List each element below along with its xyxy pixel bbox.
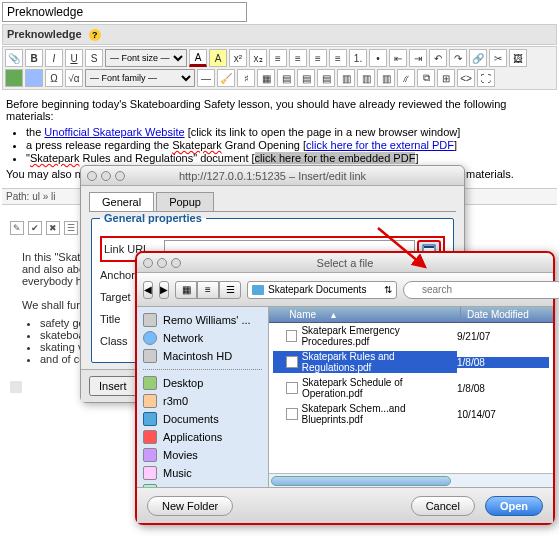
italic-icon[interactable]: I bbox=[45, 49, 63, 67]
file-row[interactable]: Skatepark Rules and Regulations.pdf1/8/0… bbox=[269, 349, 553, 375]
reject-icon[interactable]: ✖ bbox=[46, 221, 60, 235]
sidebar-item[interactable]: Macintosh HD bbox=[137, 347, 268, 365]
file-icon bbox=[286, 382, 297, 394]
link-title: http://127.0.0.1:51235 – Insert/edit lin… bbox=[81, 170, 464, 182]
bullet-list: the Unofficial Skatepark Website [click … bbox=[26, 126, 553, 164]
insert-2-icon[interactable] bbox=[25, 69, 43, 87]
sidebar-item[interactable]: r3m0 bbox=[137, 392, 268, 410]
outdent-icon[interactable]: ⇤ bbox=[389, 49, 407, 67]
font-family-select[interactable]: — Font family — bbox=[85, 69, 195, 87]
sidebar-item[interactable]: Network bbox=[137, 329, 268, 347]
col-date[interactable]: Date Modified bbox=[461, 307, 553, 322]
indent-icon[interactable]: ⇥ bbox=[409, 49, 427, 67]
network-icon bbox=[143, 331, 157, 345]
row-delete-icon[interactable]: ▤ bbox=[317, 69, 335, 87]
page-icon[interactable] bbox=[10, 381, 22, 393]
sort-asc-icon: ▴ bbox=[325, 307, 342, 322]
unlink-icon[interactable]: ✂ bbox=[489, 49, 507, 67]
tab-general[interactable]: General bbox=[89, 192, 154, 211]
chevron-updown-icon: ⇅ bbox=[384, 284, 392, 295]
underline-icon[interactable]: U bbox=[65, 49, 83, 67]
list-item: a press release regarding the Skatepark … bbox=[26, 139, 553, 151]
file-sidebar: Remo Williams' ... Network Macintosh HD … bbox=[137, 307, 269, 413]
omega-icon[interactable]: Ω bbox=[45, 69, 63, 87]
hd-icon bbox=[143, 313, 157, 327]
link-external-pdf[interactable]: click here for the external PDF bbox=[306, 139, 454, 151]
edit-icon[interactable]: ✎ bbox=[10, 221, 24, 235]
source-icon[interactable]: <> bbox=[457, 69, 475, 87]
sqrt-icon[interactable]: √α bbox=[65, 69, 83, 87]
highlight-icon[interactable]: A bbox=[209, 49, 227, 67]
file-icon bbox=[286, 408, 297, 413]
col-before-icon[interactable]: ▥ bbox=[337, 69, 355, 87]
text-color-icon[interactable]: A bbox=[189, 49, 207, 67]
link-titlebar[interactable]: http://127.0.0.1:51235 – Insert/edit lin… bbox=[81, 166, 464, 186]
link-unofficial[interactable]: Unofficial Skatepark Website bbox=[44, 126, 184, 138]
column-view-button[interactable]: ☰ bbox=[219, 281, 241, 299]
hr-icon[interactable]: — bbox=[197, 69, 215, 87]
help-icon[interactable]: ? bbox=[89, 29, 101, 41]
accept-icon[interactable]: ✔ bbox=[28, 221, 42, 235]
file-row[interactable]: Skatepark Schem...and Blueprints.pdf10/1… bbox=[269, 401, 553, 413]
col-after-icon[interactable]: ▥ bbox=[357, 69, 375, 87]
fieldset-legend: General properties bbox=[100, 212, 206, 224]
misspell: Skatepark bbox=[172, 139, 222, 151]
sidebar-item[interactable]: Documents bbox=[137, 410, 268, 413]
title-input[interactable] bbox=[2, 2, 247, 22]
list-item: the Unofficial Skatepark Website [click … bbox=[26, 126, 553, 138]
breadcrumb-text: Preknowledge bbox=[7, 28, 82, 40]
editor-toolbar: 📎 B I U S — Font size — A A x² x₂ ≡ ≡ ≡ … bbox=[2, 46, 557, 90]
file-titlebar[interactable]: Select a file bbox=[137, 253, 553, 273]
divider bbox=[143, 369, 262, 370]
misc-icon[interactable]: ☰ bbox=[64, 221, 78, 235]
forward-button[interactable]: ▶ bbox=[159, 281, 169, 299]
font-size-select[interactable]: — Font size — bbox=[105, 49, 187, 67]
strike-icon[interactable]: S bbox=[85, 49, 103, 67]
align-center-icon[interactable]: ≡ bbox=[289, 49, 307, 67]
align-right-icon[interactable]: ≡ bbox=[309, 49, 327, 67]
align-left-icon[interactable]: ≡ bbox=[269, 49, 287, 67]
sup-icon[interactable]: x² bbox=[229, 49, 247, 67]
sidebar-item[interactable]: Remo Williams' ... bbox=[137, 311, 268, 329]
column-header[interactable]: Name ▴ Date Modified bbox=[269, 307, 553, 323]
col-name[interactable]: Name ▴ bbox=[269, 307, 461, 322]
home-icon bbox=[143, 394, 157, 408]
remove-format-icon[interactable]: 🧹 bbox=[217, 69, 235, 87]
undo-icon[interactable]: ↶ bbox=[429, 49, 447, 67]
link-icon[interactable]: 🔗 bbox=[469, 49, 487, 67]
image-icon[interactable]: 🖼 bbox=[509, 49, 527, 67]
sub-icon[interactable]: x₂ bbox=[249, 49, 267, 67]
tab-popup[interactable]: Popup bbox=[156, 192, 214, 211]
list-view-button[interactable]: ≡ bbox=[197, 281, 219, 299]
split-icon[interactable]: ⫽ bbox=[397, 69, 415, 87]
back-button[interactable]: ◀ bbox=[143, 281, 153, 299]
selected-text: click here for the embedded PDF bbox=[255, 152, 416, 164]
align-justify-icon[interactable]: ≡ bbox=[329, 49, 347, 67]
redo-icon[interactable]: ↷ bbox=[449, 49, 467, 67]
visual-aid-icon[interactable]: ⊞ bbox=[437, 69, 455, 87]
bold-icon[interactable]: B bbox=[25, 49, 43, 67]
file-row[interactable]: Skatepark Schedule of Operation.pdf1/8/0… bbox=[269, 375, 553, 401]
row-before-icon[interactable]: ▤ bbox=[277, 69, 295, 87]
file-title: Select a file bbox=[137, 257, 553, 269]
table-icon[interactable]: ▦ bbox=[257, 69, 275, 87]
search-input[interactable] bbox=[403, 281, 559, 299]
attach-icon[interactable]: 📎 bbox=[5, 49, 23, 67]
sidebar-item[interactable]: Desktop bbox=[137, 374, 268, 392]
fullscreen-icon[interactable]: ⛶ bbox=[477, 69, 495, 87]
list-ol-icon[interactable]: 1. bbox=[349, 49, 367, 67]
row-after-icon[interactable]: ▤ bbox=[297, 69, 315, 87]
list-ul-icon[interactable]: • bbox=[369, 49, 387, 67]
folder-dropdown[interactable]: Skatepark Documents ⇅ bbox=[247, 281, 397, 299]
char-icon[interactable]: ♯ bbox=[237, 69, 255, 87]
list-item: "Skatepark Rules and Regulations" docume… bbox=[26, 152, 553, 164]
col-delete-icon[interactable]: ▥ bbox=[377, 69, 395, 87]
insert-1-icon[interactable] bbox=[5, 69, 23, 87]
breadcrumb: Preknowledge ? bbox=[2, 24, 557, 45]
file-picker: Select a file ◀ ▶ ▦ ≡ ☰ Skatepark Docume… bbox=[135, 251, 555, 413]
merge-icon[interactable]: ⧉ bbox=[417, 69, 435, 87]
insert-button[interactable]: Insert bbox=[89, 376, 137, 396]
file-toolbar: ◀ ▶ ▦ ≡ ☰ Skatepark Documents ⇅ bbox=[137, 273, 553, 307]
file-row[interactable]: Skatepark Emergency Procedures.pdf9/21/0… bbox=[269, 323, 553, 349]
icon-view-button[interactable]: ▦ bbox=[175, 281, 197, 299]
